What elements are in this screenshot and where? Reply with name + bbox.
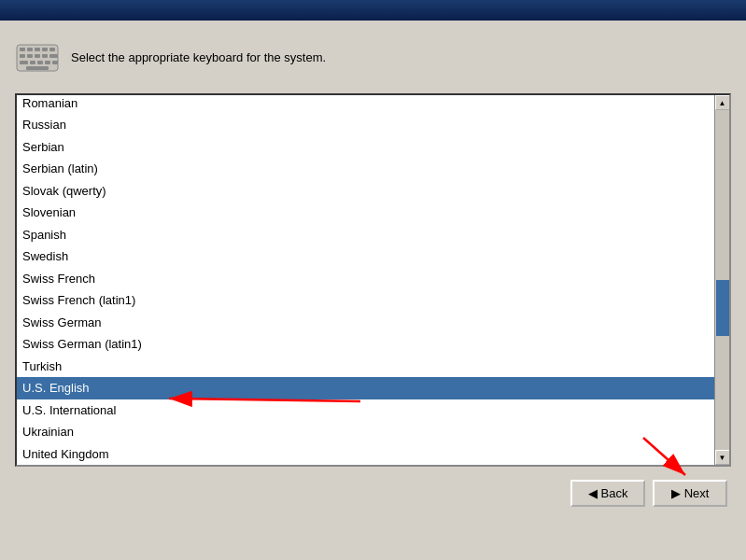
list-item[interactable]: Swedish [17,245,714,268]
svg-rect-14 [45,61,50,64]
scrollbar-track[interactable]: ▲ ▼ [714,95,729,465]
list-item[interactable]: U.S. English [17,377,714,399]
svg-rect-10 [49,54,58,58]
next-label: Next [684,486,710,500]
back-label: Back [601,486,628,500]
svg-rect-9 [42,54,48,58]
svg-rect-8 [35,54,40,58]
next-button-wrapper: ▶ Next [653,480,727,507]
next-icon: ▶ [671,486,681,500]
list-item[interactable]: Turkish [17,356,714,378]
list-item[interactable]: Swiss French [17,268,714,290]
svg-rect-12 [30,61,35,64]
svg-rect-15 [52,61,58,64]
list-item[interactable]: Slovenian [17,202,714,224]
list-container[interactable]: PortugueseRomanianRussianSerbianSerbian … [15,93,731,467]
scrollbar-up-button[interactable]: ▲ [715,95,730,110]
list-item[interactable]: Russian [17,114,714,136]
keyboard-icon [15,35,60,80]
svg-rect-13 [37,61,43,64]
list-wrapper: PortugueseRomanianRussianSerbianSerbian … [15,93,731,467]
svg-rect-2 [27,48,33,51]
title-bar [0,0,746,21]
list-item[interactable]: Swiss German (latin1) [17,333,714,356]
svg-rect-16 [26,66,49,70]
list-item[interactable]: U.S. International [17,399,714,422]
svg-rect-1 [20,48,25,51]
back-button[interactable]: ◀ Back [570,480,645,507]
list-item[interactable]: United Kingdom [17,443,714,466]
svg-rect-11 [20,61,28,64]
list-item[interactable]: Serbian [17,136,714,159]
svg-rect-4 [42,48,48,51]
svg-rect-6 [20,54,25,58]
main-content: Select the appropriate keyboard for the … [0,21,746,522]
bottom-bar: ◀ Back ▶ Next [15,480,731,507]
list-item[interactable]: Spanish [17,224,714,246]
list-items[interactable]: PortugueseRomanianRussianSerbianSerbian … [17,95,714,465]
list-item[interactable]: Ukrainian [17,421,714,443]
scrollbar-down-button[interactable]: ▼ [715,450,730,465]
back-icon: ◀ [588,486,598,500]
svg-rect-7 [27,54,33,58]
svg-rect-5 [49,48,55,51]
scrollbar-thumb-area[interactable] [715,110,729,450]
list-item[interactable]: Swiss German [17,312,714,334]
list-item[interactable]: Swiss French (latin1) [17,289,714,312]
scrollbar-thumb[interactable] [716,280,729,336]
header-description: Select the appropriate keyboard for the … [71,49,326,66]
header-section: Select the appropriate keyboard for the … [15,35,731,80]
list-item[interactable]: Slovak (qwerty) [17,180,714,203]
svg-rect-3 [35,48,40,51]
next-button[interactable]: ▶ Next [653,480,727,507]
list-item[interactable]: Serbian (latin) [17,158,714,180]
list-item[interactable]: Romanian [17,95,714,114]
